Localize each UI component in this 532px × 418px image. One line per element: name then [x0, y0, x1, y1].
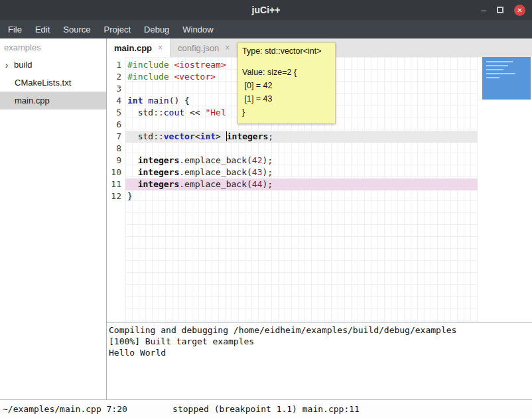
minimize-icon[interactable]: –: [481, 5, 486, 15]
tree-item-label: build: [11, 60, 32, 70]
window-title: juCi++: [0, 5, 532, 15]
tooltip-value-line: [1] = 43: [242, 92, 331, 105]
code-line-8: [125, 143, 478, 155]
code-line-12: }: [125, 190, 478, 202]
tooltip-type-line: Type: std::vector<int>: [242, 46, 331, 56]
tree-item-label: CMakeLists.txt: [0, 78, 71, 88]
menu-item-window[interactable]: Window: [176, 20, 220, 38]
tree-item-build[interactable]: ›build: [0, 56, 106, 74]
output-line: Hello World: [109, 347, 530, 358]
tooltip-value-line: }: [242, 105, 331, 119]
menu-item-file[interactable]: File: [1, 20, 29, 38]
minimap-code-line: [486, 65, 508, 66]
tree-item-label: main.cpp: [0, 96, 50, 105]
minimap[interactable]: [478, 57, 532, 322]
code-line-10: integers.emplace_back(43);: [125, 167, 478, 178]
output-panel[interactable]: Compiling and debugging /home/eidheim/ex…: [107, 322, 532, 399]
code-line-11: integers.emplace_back(44);: [125, 178, 478, 190]
debug-value-tooltip: Type: std::vector<int> Value: size=2 { […: [237, 42, 336, 124]
title-bar: juCi++ – ✕: [0, 0, 532, 20]
tooltip-value-line: [0] = 42: [242, 79, 331, 92]
menu-bar: FileEditSourceProjectDebugWindow: [0, 20, 532, 38]
minimap-slider[interactable]: [482, 57, 531, 100]
minimap-code-line: [486, 61, 513, 62]
sidebar: examples ›buildCMakeLists.txtmain.cpp: [0, 38, 107, 399]
output-line: Compiling and debugging /home/eidheim/ex…: [109, 324, 530, 336]
line-number: 7: [107, 131, 121, 143]
status-bar: ~/examples/main.cpp 7:20 stopped (breakp…: [0, 399, 532, 418]
menu-item-debug[interactable]: Debug: [137, 20, 176, 38]
tab-label: config.json: [178, 43, 219, 53]
tree-item-main-cpp[interactable]: main.cpp: [0, 92, 106, 109]
close-icon[interactable]: ✕: [514, 5, 525, 16]
content-area: examples ›buildCMakeLists.txtmain.cpp ma…: [0, 38, 532, 399]
restore-icon[interactable]: [497, 7, 503, 13]
code-line-7: std::vector<int> integers;: [125, 131, 478, 143]
tab-label: main.cpp: [114, 43, 152, 53]
menu-item-edit[interactable]: Edit: [29, 20, 56, 38]
line-number: 2: [107, 71, 121, 83]
line-number: 4: [107, 95, 121, 107]
status-file-position: ~/examples/main.cpp 7:20: [3, 404, 127, 414]
output-line: [100%] Built target examples: [109, 336, 530, 347]
app-window: juCi++ – ✕ FileEditSourceProjectDebugWin…: [0, 0, 532, 418]
tree-item-cmakelists-txt[interactable]: CMakeLists.txt: [0, 74, 106, 92]
minimap-code-line: [486, 73, 515, 74]
code-line-9: integers.emplace_back(42);: [125, 155, 478, 167]
minimap-code-line: [486, 77, 499, 78]
menu-item-source[interactable]: Source: [56, 20, 97, 38]
line-number: 6: [107, 119, 121, 131]
line-number: 11: [107, 178, 121, 190]
tab-close-icon[interactable]: ×: [158, 43, 163, 52]
tooltip-value-line: Value: size=2 {: [242, 66, 331, 79]
tooltip-value-lines: Value: size=2 { [0] = 42 [1] = 43}: [242, 66, 331, 119]
line-number: 10: [107, 167, 121, 178]
project-name: examples: [0, 38, 106, 56]
main-panel: main.cpp×config.json× 123456789101112 #i…: [107, 38, 532, 399]
window-controls: – ✕: [481, 5, 532, 16]
line-number: 12: [107, 190, 121, 202]
file-tree: ›buildCMakeLists.txtmain.cpp: [0, 56, 106, 109]
menu-item-project[interactable]: Project: [98, 20, 137, 38]
line-number: 3: [107, 83, 121, 95]
line-number: 5: [107, 107, 121, 119]
status-debug-state: stopped (breakpoint 1.1) main.cpp:11: [172, 404, 360, 414]
line-number: 1: [107, 59, 121, 71]
chevron-right-icon[interactable]: ›: [2, 60, 11, 70]
tab-config-json[interactable]: config.json×: [170, 38, 237, 57]
line-number: 9: [107, 155, 121, 167]
tab-main-cpp[interactable]: main.cpp×: [107, 38, 170, 57]
gutter[interactable]: 123456789101112: [107, 57, 125, 322]
line-number: 8: [107, 143, 121, 155]
minimap-code-line: [486, 69, 503, 70]
tab-close-icon[interactable]: ×: [225, 43, 230, 52]
